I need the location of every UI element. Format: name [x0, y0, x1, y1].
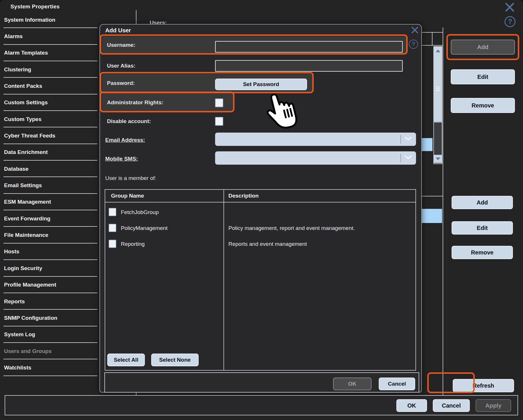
user-alias-label: User Alias: [107, 57, 136, 75]
group-checkbox[interactable] [109, 240, 116, 248]
group-row[interactable]: PolicyManagement Policy management, repo… [105, 220, 415, 236]
sidebar-item[interactable]: Content Packs [0, 78, 97, 94]
sidebar-item[interactable]: Profile Management [0, 277, 97, 293]
window-close-icon[interactable] [504, 2, 516, 13]
mobile-sms-combobox[interactable] [215, 151, 416, 165]
add-user-dialog: Add User ? Username: User Alias: Passwor… [99, 24, 422, 393]
group-membership-table: Group Name Description FetchJobGroup Pol… [105, 189, 416, 371]
users-list-scrollbar[interactable] [433, 46, 442, 164]
groups-table-top-border [421, 196, 443, 196]
sidebar-item[interactable]: ESM Management [0, 194, 97, 210]
dialog-cancel-button[interactable]: Cancel [379, 378, 415, 390]
admin-rights-checkbox[interactable] [215, 99, 223, 107]
groups-edit-button[interactable]: Edit [452, 221, 513, 235]
chevron-down-icon [404, 136, 412, 142]
dialog-title: Add User [105, 27, 131, 34]
user-alias-input[interactable] [215, 60, 403, 72]
group-row[interactable]: FetchJobGroup [105, 204, 415, 220]
username-label: Username: [107, 36, 135, 54]
window-help-icon[interactable]: ? [504, 16, 515, 27]
sidebar-item[interactable]: Watchlists [0, 359, 97, 376]
group-checkbox[interactable] [109, 208, 116, 216]
select-all-button[interactable]: Select All [107, 354, 145, 366]
users-table-header-border [421, 45, 443, 46]
sidebar-item[interactable]: Custom Types [0, 111, 97, 127]
sidebar: System InformationAlarmsAlarm TemplatesC… [0, 12, 97, 376]
groups-remove-button[interactable]: Remove [452, 246, 513, 259]
dialog-close-icon[interactable] [410, 25, 420, 35]
window-apply-button[interactable]: Apply [476, 399, 511, 412]
member-of-label: User is a member of: [105, 170, 156, 187]
set-password-button[interactable]: Set Password [215, 79, 307, 90]
users-edit-button[interactable]: Edit [451, 69, 515, 84]
content-divider [136, 10, 136, 24]
mobile-sms-label[interactable]: Mobile SMS: [105, 150, 138, 168]
users-list-selected-row[interactable] [422, 138, 433, 151]
sidebar-item[interactable]: Alarm Templates [0, 45, 97, 61]
sidebar-item[interactable]: Alarms [0, 28, 97, 44]
groups-list-selected-row[interactable] [422, 209, 442, 223]
dialog-footer [104, 372, 419, 393]
admin-rights-label: Administrator Rights: [107, 94, 163, 111]
sidebar-item[interactable]: System Log [0, 326, 97, 343]
disable-account-label: Disable account: [107, 113, 151, 130]
scroll-down-button[interactable] [434, 155, 442, 163]
scroll-up-button[interactable] [434, 47, 442, 55]
scrollbar-thumb[interactable] [434, 55, 442, 122]
system-properties-window: System Properties ? System InformationAl… [0, 0, 523, 420]
email-address-combobox[interactable] [215, 133, 416, 146]
sidebar-item[interactable]: Clustering [0, 61, 97, 78]
chevron-down-icon [404, 155, 412, 161]
sidebar-item[interactable]: Database [0, 161, 97, 177]
password-label: Password: [107, 74, 135, 92]
group-checkbox[interactable] [109, 224, 116, 232]
select-none-button[interactable]: Select None [151, 354, 199, 366]
email-address-label[interactable]: Email Address: [105, 131, 145, 149]
window-cancel-button[interactable]: Cancel [433, 399, 470, 412]
window-ok-button[interactable]: OK [396, 399, 427, 412]
sidebar-item[interactable]: Reports [0, 293, 97, 310]
users-remove-button[interactable]: Remove [451, 98, 515, 113]
disable-account-checkbox[interactable] [215, 117, 223, 126]
sidebar-item[interactable]: Hosts [0, 244, 97, 260]
sidebar-item[interactable]: Custom Settings [0, 94, 97, 111]
users-add-button[interactable]: Add [451, 40, 515, 55]
column-header-description[interactable]: Description [228, 190, 259, 202]
column-header-group-name[interactable]: Group Name [111, 190, 144, 202]
users-panel-right-border [443, 27, 443, 399]
sidebar-item[interactable]: SNMP Configuration [0, 310, 97, 326]
triangle-up-icon [436, 49, 440, 52]
groups-add-button[interactable]: Add [452, 196, 513, 209]
refresh-button[interactable]: Refresh [453, 379, 514, 392]
sidebar-item[interactable]: Login Security [0, 260, 97, 276]
dialog-help-icon[interactable]: ? [409, 40, 418, 49]
sidebar-item[interactable]: Cyber Threat Feeds [0, 127, 97, 144]
sidebar-item[interactable]: File Maintenance [0, 227, 97, 243]
username-input[interactable] [215, 41, 403, 53]
sidebar-item[interactable]: System Information [0, 12, 97, 28]
group-row[interactable]: Reporting Reports and event management [105, 236, 415, 252]
users-table-column-border [432, 32, 433, 46]
dialog-ok-button[interactable]: OK [333, 378, 372, 390]
sidebar-item[interactable]: Event Forwarding [0, 210, 97, 227]
sidebar-item[interactable]: Data Enrichment [0, 144, 97, 161]
window-title: System Properties [10, 3, 60, 10]
triangle-down-icon [436, 157, 440, 160]
sidebar-item[interactable]: Email Settings [0, 177, 97, 194]
sidebar-item[interactable]: Users and Groups [0, 343, 97, 359]
